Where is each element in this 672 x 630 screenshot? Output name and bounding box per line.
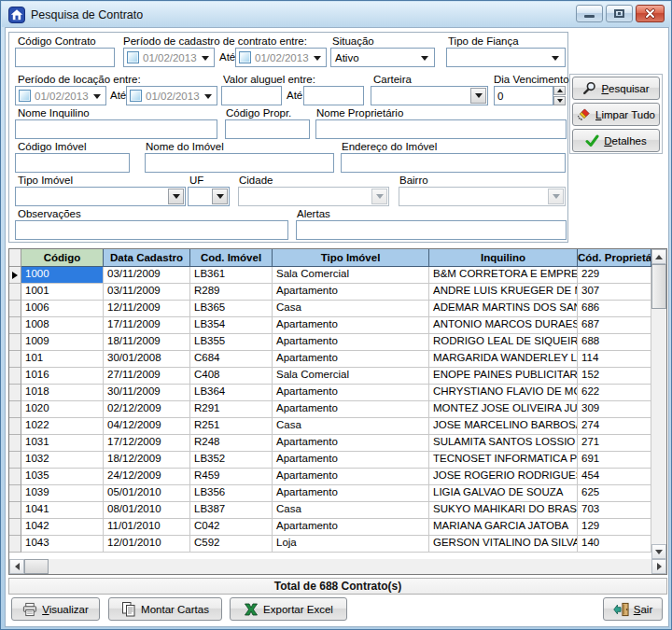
cell-codigo[interactable]: 1039 (21, 485, 104, 502)
cell-cod-imovel[interactable]: LB356 (190, 485, 273, 502)
cell-tipo-imovel[interactable]: Apartamento (273, 485, 429, 502)
table-row[interactable]: 100817/11/2009LB354ApartamentoANTONIO MA… (9, 317, 651, 334)
cell-data-cadastro[interactable]: 24/12/2009 (104, 469, 190, 485)
cell-cod-imovel[interactable]: LB387 (190, 502, 273, 519)
horizontal-scrollbar[interactable] (9, 559, 666, 574)
cell-cod-imovel[interactable]: LB364 (190, 385, 273, 401)
cell-data-cadastro[interactable]: 30/01/2008 (104, 351, 190, 368)
cell-data-cadastro[interactable]: 18/11/2009 (104, 334, 190, 351)
cell-tipo-imovel[interactable]: Casa (273, 502, 429, 519)
cell-cod-proprietario[interactable]: 274 (578, 418, 651, 435)
nome-inquilino-input[interactable] (15, 119, 217, 139)
cell-data-cadastro[interactable]: 03/11/2009 (104, 267, 190, 284)
row-indicator-gutter[interactable] (9, 519, 21, 536)
montar-cartas-button[interactable]: Montar Cartas (108, 597, 222, 621)
close-button[interactable] (636, 5, 665, 22)
cell-cod-proprietario[interactable]: 703 (578, 502, 651, 519)
cell-cod-proprietario[interactable]: 625 (578, 485, 651, 502)
table-row[interactable]: 103218/12/2009LB352ApartamentoTECNOSET I… (9, 452, 651, 469)
cell-cod-proprietario[interactable]: 309 (578, 401, 651, 418)
cell-cod-proprietario[interactable]: 687 (578, 317, 651, 334)
chevron-down-icon[interactable] (202, 56, 209, 61)
table-row[interactable]: 100612/11/2009LB365CasaADEMAR MARTINS DO… (9, 301, 651, 317)
row-indicator-gutter[interactable] (9, 284, 21, 301)
cell-cod-imovel[interactable]: R248 (190, 435, 273, 452)
cell-codigo[interactable]: 1035 (21, 469, 104, 485)
row-indicator-gutter[interactable] (9, 317, 21, 334)
row-indicator-gutter[interactable] (9, 385, 21, 401)
endereco-imovel-input[interactable] (341, 153, 566, 173)
cell-tipo-imovel[interactable]: Loja (273, 536, 429, 553)
cell-cod-imovel[interactable]: C684 (190, 351, 273, 368)
cell-tipo-imovel[interactable]: Apartamento (273, 519, 429, 536)
cell-cod-proprietario[interactable]: 686 (578, 301, 651, 317)
cell-cod-imovel[interactable]: LB355 (190, 334, 273, 351)
cell-codigo[interactable]: 1001 (21, 284, 104, 301)
column-header-tipo-imovel[interactable]: Tipo Imóvel (273, 249, 429, 267)
cell-cod-proprietario[interactable]: 152 (578, 368, 651, 385)
table-row[interactable]: 103524/12/2009R459ApartamentoJOSE ROGERI… (9, 469, 651, 485)
table-row[interactable]: 100003/11/2009LB361Sala ComercialB&M COR… (9, 267, 651, 284)
cell-cod-imovel[interactable]: LB354 (190, 317, 273, 334)
cell-tipo-imovel[interactable]: Apartamento (273, 385, 429, 401)
horizontal-scrollbar-thumb[interactable] (24, 559, 49, 574)
cell-cod-proprietario[interactable]: 229 (578, 267, 651, 284)
table-row[interactable]: 102204/12/2009R251CasaJOSE MARCELINO BAR… (9, 418, 651, 435)
scroll-down-button[interactable] (651, 544, 666, 559)
table-row[interactable]: 103905/01/2010LB356ApartamentoLIGIA GALV… (9, 485, 651, 502)
cell-inquilino[interactable]: ENOPE PAINES PUBLICITARI (429, 368, 578, 385)
cell-codigo[interactable]: 1031 (21, 435, 104, 452)
row-indicator-gutter[interactable] (9, 452, 21, 469)
cell-tipo-imovel[interactable]: Apartamento (273, 334, 429, 351)
cell-cod-imovel[interactable]: C592 (190, 536, 273, 553)
row-indicator-gutter[interactable] (9, 536, 21, 553)
row-indicator-gutter[interactable] (9, 267, 21, 284)
column-header-inquilino[interactable]: Inquilino (429, 249, 578, 267)
dia-vencimento-input[interactable] (494, 86, 553, 105)
valor-aluguel-from-input[interactable] (221, 86, 282, 105)
cell-tipo-imovel[interactable]: Casa (273, 418, 429, 435)
cell-data-cadastro[interactable]: 17/12/2009 (104, 435, 190, 452)
cell-cod-proprietario[interactable]: 688 (578, 334, 651, 351)
scroll-left-button[interactable] (9, 559, 24, 574)
chevron-down-icon[interactable] (421, 56, 428, 61)
chevron-down-icon[interactable] (93, 94, 101, 99)
cell-inquilino[interactable]: MARGARIDA WANDERLEY LA (429, 351, 578, 368)
row-indicator-gutter[interactable] (9, 334, 21, 351)
cell-data-cadastro[interactable]: 05/01/2010 (104, 485, 190, 502)
cell-tipo-imovel[interactable]: Apartamento (273, 401, 429, 418)
row-indicator-gutter[interactable] (9, 418, 21, 435)
cell-cod-imovel[interactable]: R251 (190, 418, 273, 435)
cell-data-cadastro[interactable]: 12/11/2009 (104, 301, 190, 317)
table-row[interactable]: 101627/11/2009C408Sala ComercialENOPE PA… (9, 368, 651, 385)
cell-cod-imovel[interactable]: LB365 (190, 301, 273, 317)
titlebar[interactable]: Pesquisa de Contrato (2, 2, 670, 27)
cell-inquilino[interactable]: GERSON VITALINO DA SILVA (429, 536, 578, 553)
maximize-button[interactable] (606, 5, 633, 22)
date-checkbox-icon[interactable] (130, 90, 142, 102)
cell-cod-imovel[interactable]: C408 (190, 368, 273, 385)
valor-aluguel-to-input[interactable] (303, 86, 364, 105)
cell-inquilino[interactable]: TECNOSET INFORMATICA PR (429, 452, 578, 469)
cell-data-cadastro[interactable]: 30/11/2009 (104, 385, 190, 401)
cell-codigo[interactable]: 1020 (21, 401, 104, 418)
table-row[interactable]: 101830/11/2009LB364ApartamentoCHRYSTIANO… (9, 385, 651, 401)
cell-tipo-imovel[interactable]: Sala Comercial (273, 368, 429, 385)
table-row[interactable]: 104211/01/2010C042ApartamentoMARIANA GAR… (9, 519, 651, 536)
cell-cod-proprietario[interactable]: 307 (578, 284, 651, 301)
alertas-input[interactable] (296, 220, 567, 240)
cell-codigo[interactable]: 1042 (21, 519, 104, 536)
row-indicator-gutter[interactable] (9, 485, 21, 502)
cell-cod-imovel[interactable]: R459 (190, 469, 273, 485)
column-header-cod-imovel[interactable]: Cod. Imóvel (190, 249, 273, 267)
cell-data-cadastro[interactable]: 18/12/2009 (104, 452, 190, 469)
cell-codigo[interactable]: 1016 (21, 368, 104, 385)
cell-cod-proprietario[interactable]: 691 (578, 452, 651, 469)
cell-inquilino[interactable]: LIGIA GALVAO DE SOUZA (429, 485, 578, 502)
cell-data-cadastro[interactable]: 03/11/2009 (104, 284, 190, 301)
scroll-up-button[interactable] (651, 249, 666, 264)
table-row[interactable]: 102002/12/2009R291ApartamentoMONTEZ JOSE… (9, 401, 651, 418)
sair-button[interactable]: Sair (603, 597, 663, 621)
cell-cod-proprietario[interactable]: 140 (578, 536, 651, 553)
row-indicator-gutter[interactable] (9, 435, 21, 452)
